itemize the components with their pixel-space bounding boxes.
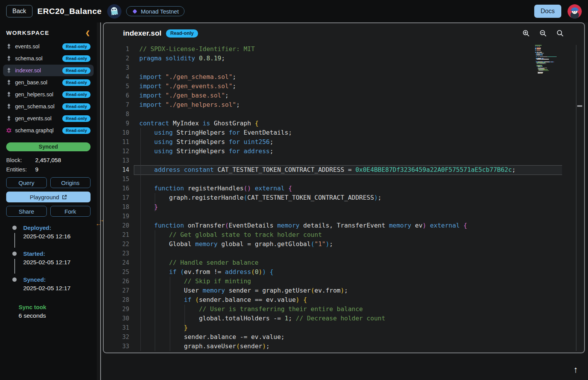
readonly-badge: Read-only: [62, 79, 91, 86]
minimap-token: [540, 63, 545, 64]
readonly-badge: Read-only: [62, 67, 91, 74]
code-line: [139, 110, 516, 119]
file-item-gen_schema.sol[interactable]: gen_schema.solRead-only: [3, 101, 94, 112]
sync-duration: Sync took 6 seconds: [19, 304, 97, 319]
code-line: // Handle sender balance: [139, 258, 516, 267]
sidebar-resize-divider[interactable]: → ←: [97, 22, 103, 380]
minimap-token: [537, 53, 540, 54]
timeline-time: 2025-02-05 12:17: [23, 259, 97, 266]
code-line: graph.saveUser(sender);: [139, 342, 516, 351]
status-panel: Block: 2,457,058 Entities: 9: [6, 157, 91, 173]
code-line: // Get global state to track holder coun…: [139, 230, 516, 240]
minimap[interactable]: [535, 45, 555, 74]
minimap-token: [542, 52, 542, 53]
file-item-schema.graphql[interactable]: schema.graphqlRead-only: [3, 125, 94, 136]
deployment-timeline: Deployed:2025-02-05 12:16Started:2025-02…: [0, 224, 97, 302]
minimap-token: [538, 67, 542, 68]
code-line: import "./gen_helpers.sol";: [139, 100, 516, 110]
code-line: using StringHelpers for address;: [139, 147, 516, 156]
block-value: 2,457,058: [35, 157, 61, 163]
minimap-token: [537, 62, 545, 63]
solidity-icon: [6, 79, 12, 86]
minimap-token: [554, 62, 554, 62]
minimap-indent: [535, 73, 538, 74]
resize-left-arrow-icon[interactable]: ←: [96, 222, 101, 226]
zoom-in-icon[interactable]: [522, 29, 530, 37]
fork-button[interactable]: Fork: [50, 206, 91, 217]
file-name: gen_helpers.sol: [15, 91, 53, 98]
network-label: Monad Testnet: [141, 8, 179, 15]
timeline-label: Started:: [23, 250, 97, 257]
code-line: // User is transferring their entire bal…: [139, 305, 516, 314]
scroll-to-top-button[interactable]: ↑: [571, 365, 581, 375]
minimap-token: [538, 73, 541, 74]
back-button[interactable]: Back: [6, 5, 32, 17]
file-item-gen_base.sol[interactable]: gen_base.solRead-only: [3, 77, 94, 88]
user-avatar[interactable]: [567, 4, 582, 19]
timeline-dot-icon: [12, 226, 17, 230]
editor-body[interactable]: 1234567891011121314151617181920212223242…: [104, 43, 584, 353]
query-button[interactable]: Query: [6, 177, 47, 188]
file-item-indexer.sol[interactable]: indexer.solRead-only: [3, 65, 94, 76]
origins-button[interactable]: Origins: [50, 177, 91, 188]
code-line: [139, 212, 516, 221]
monad-diamond-icon: [132, 9, 138, 14]
minimap-line: [535, 73, 555, 74]
timeline-time: 2025-02-05 12:17: [23, 285, 97, 292]
minimap-indent: [535, 69, 538, 70]
minimap-token: [556, 56, 557, 57]
editor-header: indexer.sol Read-only: [104, 23, 584, 43]
code-line: if (sender.balance == ev.value) {: [139, 295, 516, 305]
file-item-events.sol[interactable]: events.solRead-only: [3, 41, 94, 52]
timeline-item: Started:2025-02-05 12:17: [0, 250, 97, 276]
file-name: schema.sol: [15, 55, 43, 62]
readonly-badge: Read-only: [62, 103, 91, 110]
minimap-indent: [535, 67, 538, 68]
collapse-sidebar-icon[interactable]: ❮: [85, 30, 91, 36]
code-line: // SPDX-License-Identifier: MIT: [139, 45, 516, 54]
code-line: [139, 63, 516, 72]
ghost-logo-icon: [107, 4, 121, 19]
code-line: address constant CAT_TESTNET_TOKEN_CONTR…: [139, 165, 516, 175]
app-shell: WORKSPACE ❮ events.solRead-onlyschema.so…: [0, 22, 588, 380]
minimap-token: [536, 60, 536, 61]
solidity-icon: [6, 91, 12, 98]
divider-line: [100, 22, 101, 380]
minimap-token: [538, 70, 544, 71]
readonly-badge: Read-only: [62, 91, 91, 98]
file-item-gen_helpers.sol[interactable]: gen_helpers.solRead-only: [3, 89, 94, 100]
minimap-token: [542, 55, 543, 55]
code-line: graph.registerHandle(CAT_TESTNET_TOKEN_C…: [139, 193, 516, 202]
minimap-token: [549, 59, 549, 60]
scrollbar-thumb[interactable]: [577, 105, 582, 107]
zoom-out-icon[interactable]: [539, 29, 547, 37]
minimap-token: [538, 69, 548, 70]
minimap-token: [541, 53, 544, 54]
file-list: events.solRead-onlyschema.solRead-onlyin…: [0, 41, 97, 136]
sync-took-value: 6 seconds: [19, 312, 97, 319]
docs-button[interactable]: Docs: [534, 5, 561, 18]
scrollbar-track: [576, 45, 576, 351]
solidity-icon: [6, 67, 12, 74]
file-name: gen_schema.sol: [15, 103, 55, 110]
network-badge[interactable]: Monad Testnet: [126, 6, 185, 16]
minimap-token: [542, 73, 543, 74]
solidity-icon: [6, 115, 12, 122]
file-name: schema.graphql: [15, 127, 54, 134]
timeline-item: Deployed:2025-02-05 12:16: [0, 224, 97, 250]
code-line: [139, 249, 516, 258]
block-label: Block:: [6, 157, 35, 163]
file-item-gen_events.sol[interactable]: gen_events.solRead-only: [3, 113, 94, 124]
file-name: gen_events.sol: [15, 115, 51, 122]
timeline-connector: [14, 259, 15, 274]
file-item-schema.sol[interactable]: schema.solRead-only: [3, 53, 94, 64]
entities-label: Entities:: [6, 166, 35, 173]
search-icon[interactable]: [556, 29, 564, 37]
playground-button[interactable]: Playground: [6, 192, 91, 202]
sync-took-label: Sync took: [19, 304, 97, 310]
share-button[interactable]: Share: [6, 206, 47, 217]
code-line: function registerHandles() external {: [139, 184, 516, 193]
workspace-title: WORKSPACE: [6, 29, 50, 36]
minimap-token: [537, 48, 540, 49]
minimap-token: [540, 50, 540, 50]
